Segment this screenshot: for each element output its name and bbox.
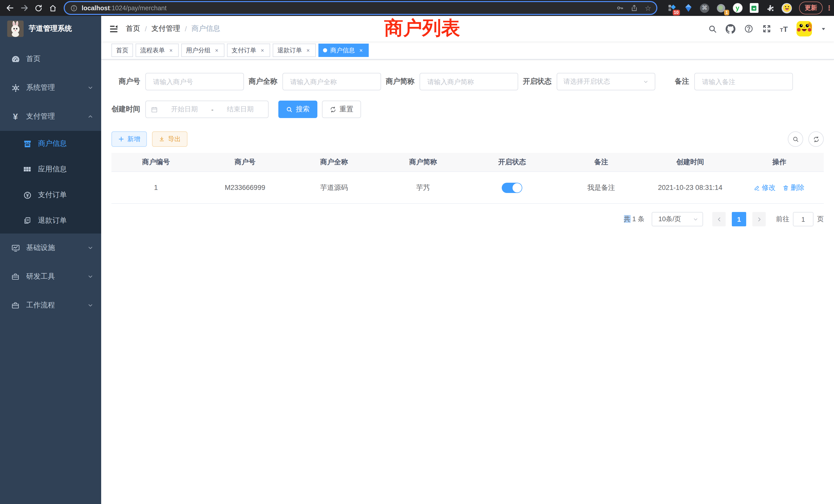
browser-profile-avatar[interactable] <box>782 3 792 13</box>
extension-yudao-icon[interactable]: y <box>732 3 743 13</box>
export-button-label: 导出 <box>168 135 181 143</box>
extension-kite-icon[interactable] <box>683 3 693 13</box>
tab-process-form[interactable]: 流程表单 <box>136 44 179 57</box>
sidebar-subitem-label: 退款订单 <box>38 216 67 225</box>
page-1-button[interactable]: 1 <box>732 212 746 226</box>
end-date-placeholder: 结束日期 <box>218 105 263 114</box>
sidebar-item-label: 研发工具 <box>26 272 55 281</box>
close-icon[interactable] <box>214 47 220 53</box>
filter-label: 开启状态 <box>523 77 552 86</box>
search-icon <box>286 106 293 113</box>
bookmark-star-icon[interactable]: ☆ <box>645 4 651 12</box>
fullscreen-icon[interactable] <box>762 24 771 33</box>
tab-label: 首页 <box>116 46 128 55</box>
close-icon[interactable] <box>168 47 174 53</box>
tab-merchant-info[interactable]: 商户信息 <box>319 44 369 57</box>
sidebar-item-dev-tools[interactable]: 研发工具 <box>0 262 101 291</box>
pagination-total: 共 1 条 <box>624 214 644 224</box>
col-merchant-id: 商户编号 <box>111 158 200 167</box>
browser-reload-button[interactable] <box>33 2 44 14</box>
sidebar-subitem-app-info[interactable]: 应用信息 <box>0 157 101 182</box>
header-search-icon[interactable] <box>708 24 717 33</box>
extension-command-icon[interactable]: ⌘ <box>699 3 710 13</box>
browser-update-button[interactable]: 更新 <box>799 2 823 14</box>
export-button[interactable]: 导出 <box>152 131 188 147</box>
refresh-table-button[interactable] <box>808 131 824 147</box>
browser-forward-button[interactable] <box>19 2 30 14</box>
date-range-picker[interactable]: 开始日期 - 结束日期 <box>145 100 269 118</box>
sidebar-item-home[interactable]: 首页 <box>0 45 101 73</box>
browser-back-button[interactable] <box>4 2 16 14</box>
font-size-icon[interactable]: TT <box>780 25 788 32</box>
sidebar-subitem-pay-order[interactable]: 支付订单 <box>0 182 101 208</box>
refresh-icon <box>813 136 819 142</box>
cell-remark: 我是备注 <box>557 183 646 192</box>
page-size-select[interactable]: 10条/页 <box>652 212 703 226</box>
cell-full-name: 芋道源码 <box>290 183 379 192</box>
merchant-no-input[interactable] <box>152 77 237 86</box>
remark-input[interactable] <box>701 77 786 86</box>
extension-chart-icon[interactable] <box>749 3 759 13</box>
documents-icon <box>23 216 32 225</box>
close-icon[interactable] <box>305 47 311 53</box>
add-button[interactable]: 新增 <box>111 131 147 147</box>
goto-label: 前往 <box>776 214 789 224</box>
tab-refund-order[interactable]: 退款订单 <box>273 44 316 57</box>
status-select[interactable]: 请选择开启状态 <box>557 73 655 90</box>
filter-label: 商户号 <box>111 77 140 86</box>
goto-page-input[interactable] <box>793 212 813 226</box>
prev-page-button[interactable] <box>712 212 726 226</box>
search-button[interactable]: 搜索 <box>278 100 317 118</box>
caret-down-icon[interactable] <box>821 26 826 31</box>
extension-record-icon[interactable]: 1 <box>716 3 726 13</box>
delete-link[interactable]: 删除 <box>783 183 805 192</box>
sidebar-item-workflow[interactable]: 工作流程 <box>0 291 101 320</box>
edit-link[interactable]: 修改 <box>754 183 776 192</box>
browser-home-button[interactable] <box>47 2 59 14</box>
password-key-icon[interactable] <box>616 4 624 12</box>
short-name-input[interactable] <box>426 77 511 86</box>
full-name-input[interactable] <box>289 77 374 86</box>
chevron-up-icon <box>87 113 93 120</box>
share-icon[interactable] <box>631 4 638 12</box>
tab-pay-order[interactable]: 支付订单 <box>227 44 270 57</box>
add-button-label: 新增 <box>127 135 140 143</box>
col-actions: 操作 <box>734 158 824 167</box>
sidebar-item-payment[interactable]: ¥ 支付管理 <box>0 102 101 131</box>
breadcrumb-home[interactable]: 首页 <box>126 24 140 33</box>
sidebar-item-infrastructure[interactable]: 基础设施 <box>0 233 101 262</box>
command-glyph: ⌘ <box>700 3 709 13</box>
sidebar-item-system[interactable]: 系统管理 <box>0 73 101 102</box>
github-icon[interactable] <box>725 24 735 33</box>
page-info-icon[interactable] <box>70 4 78 12</box>
filter-remark: 备注 <box>675 73 793 90</box>
yen-icon: ¥ <box>11 112 20 121</box>
sidebar-subitem-refund-order[interactable]: 退款订单 <box>0 208 101 233</box>
cell-short-name: 芋艿 <box>378 183 467 192</box>
extension-grid-icon[interactable]: 10 <box>666 3 677 13</box>
tab-home[interactable]: 首页 <box>111 44 133 57</box>
breadcrumb-payment[interactable]: 支付管理 <box>152 24 180 33</box>
user-avatar[interactable] <box>796 21 812 37</box>
extensions-puzzle-icon[interactable] <box>765 3 775 13</box>
sidebar: 芋道管理系统 首页 系统管理 ¥ 支付管理 <box>0 16 101 504</box>
next-page-button[interactable] <box>752 212 766 226</box>
browser-menu-icon[interactable]: ⋮ <box>826 7 830 9</box>
close-icon[interactable] <box>358 47 364 53</box>
tab-label: 商户信息 <box>330 46 355 55</box>
show-search-toggle-button[interactable] <box>788 131 803 147</box>
url-bar[interactable]: localhost:1024/pay/merchant ☆ <box>65 2 656 14</box>
chevron-down-icon <box>87 85 93 91</box>
filter-merchant-no: 商户号 <box>111 73 244 90</box>
extension-badge: 10 <box>673 9 680 15</box>
app-title: 芋道管理系统 <box>29 24 72 33</box>
sidebar-logo[interactable]: 芋道管理系统 <box>0 16 101 42</box>
reset-button[interactable]: 重置 <box>322 100 361 118</box>
status-toggle[interactable] <box>502 182 522 193</box>
help-icon[interactable] <box>744 24 753 33</box>
sidebar-subitem-merchant-info[interactable]: 商户信息 <box>0 131 101 157</box>
close-icon[interactable] <box>259 47 265 53</box>
sidebar-fold-icon[interactable] <box>109 24 118 33</box>
tab-user-group[interactable]: 用户分组 <box>181 44 224 57</box>
extensions-strip: 10 ⌘ 1 y <box>666 3 792 13</box>
